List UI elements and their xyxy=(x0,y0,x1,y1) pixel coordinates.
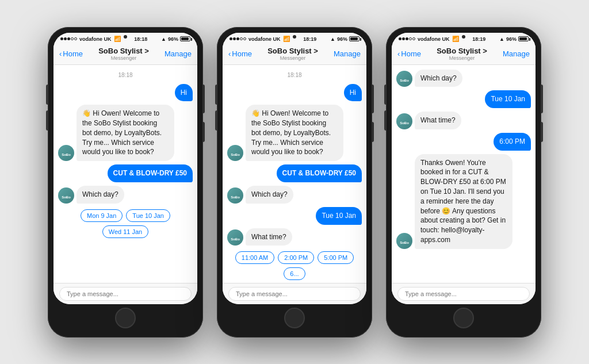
bubble-confirm-3: Thanks Owen! You're booked in for a CUT … xyxy=(415,154,512,249)
input-bar-1 xyxy=(53,283,197,304)
avatar-2b: SoBo xyxy=(227,187,243,204)
timestamp-1: 18:18 xyxy=(58,72,193,78)
back-button-3[interactable]: ‹ Home xyxy=(397,49,421,58)
qr-more[interactable]: 6... xyxy=(284,267,305,280)
nav-title-1: SoBo Stylist > xyxy=(98,47,149,55)
vol-button-3a xyxy=(384,85,386,105)
qr-5pm[interactable]: 5:00 PM xyxy=(318,251,354,264)
qr-2pm[interactable]: 2:00 PM xyxy=(278,251,314,264)
camera-dot xyxy=(124,35,127,39)
msg-whichday-2: SoBo Which day? xyxy=(227,186,362,204)
manage-button-3[interactable]: Manage xyxy=(503,49,530,58)
battery-icon-1 xyxy=(180,36,190,41)
carrier-3: vodafone UK xyxy=(418,36,450,42)
screen-1: vodafone UK 📶 18:18 ▲ 96% ‹ Home SoBo St… xyxy=(53,33,197,304)
battery-pct-1: 96% xyxy=(168,36,178,42)
bubble-whichday-3: Which day? xyxy=(415,70,462,87)
status-bar-2: vodafone UK 📶 18:19 ▲ 96% xyxy=(223,33,366,44)
avatar-3c: SoBo xyxy=(396,233,412,249)
msg-whichday-3: SoBo Which day? xyxy=(396,70,531,87)
message-input-1[interactable] xyxy=(59,287,192,301)
status-bar-1: vodafone UK 📶 18:18 ▲ 96% xyxy=(53,33,197,44)
back-button-2[interactable]: ‹ Home xyxy=(228,49,252,58)
back-button-1[interactable]: ‹ Home xyxy=(59,49,83,58)
bubble-whichtime-3: What time? xyxy=(415,112,461,129)
screen-3: vodafone UK 📶 18:19 ▲ 96% ‹ Home SoBo St… xyxy=(392,33,536,304)
wifi-3: 📶 xyxy=(452,36,459,42)
bubble-whichday-2: Which day? xyxy=(246,186,293,204)
message-input-2[interactable] xyxy=(228,287,361,301)
signal-2 xyxy=(230,37,246,40)
avatar-2: SoBo xyxy=(227,145,243,161)
chat-area-1: 18:18 Hi SoBo 👋 Hi Owen! Welcome to the … xyxy=(53,65,197,283)
qr-tue-1[interactable]: Tue 10 Jan xyxy=(126,209,170,222)
power-button-2b xyxy=(372,122,374,142)
power-button-2 xyxy=(372,85,374,113)
bubble-service-1: CUT & BLOW-DRY £50 xyxy=(108,164,193,182)
camera-dot-2 xyxy=(293,35,296,39)
bubble-welcome-2: 👋 Hi Owen! Welcome to the SoBo Stylist b… xyxy=(246,105,343,161)
nav-subtitle-1: Messenger xyxy=(98,55,149,61)
battery-icon-2 xyxy=(349,36,359,41)
home-button-2[interactable] xyxy=(284,308,305,328)
bubble-date-3: Tue 10 Jan xyxy=(485,90,531,108)
input-bar-3 xyxy=(392,283,536,304)
vol-button-2b xyxy=(215,110,217,131)
battery-pct-3: 96% xyxy=(506,36,517,42)
quick-replies-2: 11:00 AM 2:00 PM 5:00 PM 6... xyxy=(227,249,362,282)
nav-subtitle-2: Messenger xyxy=(267,55,318,61)
msg-time-3: 6:00 PM xyxy=(396,133,531,151)
phones-container: vodafone UK 📶 18:18 ▲ 96% ‹ Home SoBo St… xyxy=(48,27,541,338)
nav-bar-2: ‹ Home SoBo Stylist > Messenger Manage xyxy=(223,44,366,65)
nav-arrow-1: ▲ xyxy=(161,36,166,42)
bubble-service-2: CUT & BLOW-DRY £50 xyxy=(277,164,362,182)
signal-1 xyxy=(60,37,77,40)
vol-button-3b xyxy=(384,110,386,131)
nav-bar-3: ‹ Home SoBo Stylist > Messenger Manage xyxy=(392,44,536,65)
camera-dot-3 xyxy=(462,35,465,39)
manage-button-1[interactable]: Manage xyxy=(165,49,192,58)
power-button-3b xyxy=(541,122,543,142)
time-2: 18:19 xyxy=(303,36,316,42)
wifi-2: 📶 xyxy=(283,36,290,42)
qr-wed-1[interactable]: Wed 11 Jan xyxy=(102,225,149,238)
msg-whichday-1: SoBo Which day? xyxy=(58,186,193,204)
signal-3 xyxy=(399,37,415,40)
phone-2: vodafone UK 📶 18:19 ▲ 96% ‹ Home SoBo St… xyxy=(217,27,372,338)
time-1: 18:18 xyxy=(134,36,147,42)
nav-arrow-2: ▲ xyxy=(330,36,335,42)
bubble-welcome-1: 👋 Hi Owen! Welcome to the SoBo Stylist b… xyxy=(77,105,174,161)
home-button-3[interactable] xyxy=(453,308,474,328)
qr-mon-1[interactable]: Mon 9 Jan xyxy=(81,209,123,222)
chevron-left-icon-3: ‹ xyxy=(397,49,400,58)
phone-1: vodafone UK 📶 18:18 ▲ 96% ‹ Home SoBo St… xyxy=(48,27,203,338)
bubble-time-3: 6:00 PM xyxy=(494,133,531,151)
battery-pct-2: 96% xyxy=(337,36,347,42)
status-bar-3: vodafone UK 📶 18:19 ▲ 96% xyxy=(392,33,536,44)
home-button-1[interactable] xyxy=(115,308,136,328)
nav-subtitle-3: Messenger xyxy=(437,55,487,61)
avatar-3: SoBo xyxy=(396,71,412,87)
carrier-2: vodafone UK xyxy=(248,36,281,42)
vol-button-2 xyxy=(46,110,48,131)
avatar-1b: SoBo xyxy=(58,187,74,204)
manage-button-2[interactable]: Manage xyxy=(334,49,361,58)
msg-hi-1: Hi xyxy=(58,84,193,102)
power-button xyxy=(203,85,205,113)
qr-11am[interactable]: 11:00 AM xyxy=(235,251,274,264)
message-input-3[interactable] xyxy=(397,287,530,301)
msg-date-2: Tue 10 Jan xyxy=(227,207,362,225)
bubble-whichday-1: Which day? xyxy=(77,186,124,204)
bubble-hi-1: Hi xyxy=(175,84,193,102)
avatar-3b: SoBo xyxy=(396,113,412,129)
chat-area-3: SoBo Which day? Tue 10 Jan SoBo What tim… xyxy=(392,65,536,283)
chevron-left-icon-1: ‹ xyxy=(59,49,62,58)
msg-welcome-1: SoBo 👋 Hi Owen! Welcome to the SoBo Styl… xyxy=(58,105,193,161)
msg-date-3: Tue 10 Jan xyxy=(396,90,531,108)
avatar-2c: SoBo xyxy=(227,229,243,246)
msg-service-2: CUT & BLOW-DRY £50 xyxy=(227,164,362,182)
input-bar-2 xyxy=(223,283,366,304)
battery-icon-3 xyxy=(518,36,529,41)
avatar-1: SoBo xyxy=(58,145,74,161)
vol-button-1 xyxy=(46,85,48,105)
